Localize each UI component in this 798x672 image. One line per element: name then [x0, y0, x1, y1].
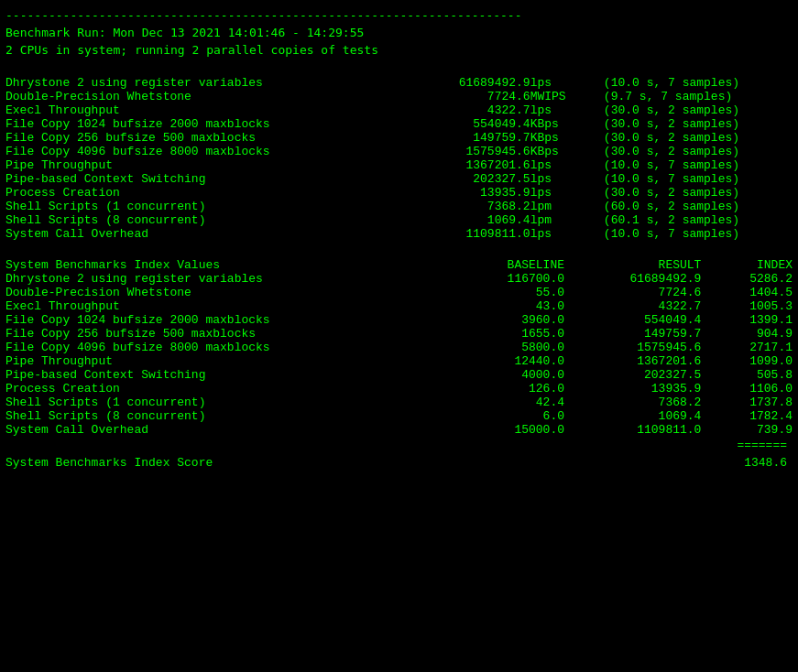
header-line2: 2 CPUs in system; running 2 parallel cop… [5, 42, 793, 60]
index-name: Shell Scripts (8 concurrent) [5, 409, 439, 423]
index-baseline: 5800.0 [439, 341, 564, 354]
index-header-row: System Benchmarks Index Values BASELINE … [5, 258, 793, 272]
index-result: 61689492.9 [564, 272, 701, 286]
bench-samples: (30.0 s, 2 samples) [604, 103, 793, 117]
bench-name: File Copy 256 bufsize 500 maxblocks [5, 131, 404, 145]
bench-name: Execl Throughput [5, 103, 404, 117]
bench-name: File Copy 1024 bufsize 2000 maxblocks [5, 117, 404, 131]
bench-samples: (10.0 s, 7 samples) [604, 158, 793, 172]
index-baseline: 116700.0 [439, 272, 564, 286]
index-row: File Copy 4096 bufsize 8000 maxblocks 58… [5, 341, 793, 354]
index-result: 4322.7 [564, 299, 701, 313]
bench-samples: (30.0 s, 2 samples) [604, 186, 793, 200]
index-baseline: 1655.0 [439, 327, 564, 341]
index-baseline: 126.0 [439, 382, 564, 396]
bench-samples: (30.0 s, 2 samples) [604, 145, 793, 158]
index-index: 1737.8 [701, 396, 793, 409]
index-name: Pipe Throughput [5, 354, 439, 368]
index-name: File Copy 1024 bufsize 2000 maxblocks [5, 313, 439, 327]
bench-samples: (9.7 s, 7 samples) [604, 90, 793, 103]
bench-value: 7724.6 [404, 90, 530, 103]
index-index: 1782.4 [701, 409, 793, 423]
index-name: File Copy 4096 bufsize 8000 maxblocks [5, 341, 439, 354]
index-result: 554049.4 [564, 313, 701, 327]
bench-samples: (10.0 s, 7 samples) [604, 76, 793, 90]
bench-row: File Copy 4096 bufsize 8000 maxblocks 15… [5, 145, 793, 158]
bench-value: 1069.4 [404, 213, 530, 227]
bench-value: 149759.7 [404, 131, 530, 145]
equals-row: ======= [5, 439, 793, 452]
bench-samples: (60.1 s, 2 samples) [604, 213, 793, 227]
bench-unit: lpm [530, 200, 604, 213]
bench-name: Dhrystone 2 using register variables [5, 76, 404, 90]
index-name: Double-Precision Whetstone [5, 286, 439, 299]
index-col-name: System Benchmarks Index Values [5, 258, 439, 272]
index-index: 1399.1 [701, 313, 793, 327]
blank1 [5, 60, 793, 77]
bench-samples: (10.0 s, 7 samples) [604, 227, 793, 241]
bench-samples: (10.0 s, 7 samples) [604, 172, 793, 186]
index-name: Dhrystone 2 using register variables [5, 272, 439, 286]
index-row: System Call Overhead 15000.0 1109811.0 7… [5, 423, 793, 437]
bench-value: 202327.5 [404, 172, 530, 186]
bench-unit: lps [530, 172, 604, 186]
index-baseline: 6.0 [439, 409, 564, 423]
bench-unit: lps [530, 227, 604, 241]
bench-name: Shell Scripts (1 concurrent) [5, 200, 404, 213]
bench-unit: KBps [530, 145, 604, 158]
bench-value: 554049.4 [404, 117, 530, 131]
index-row: Double-Precision Whetstone 55.0 7724.6 1… [5, 286, 793, 299]
bench-unit: lps [530, 158, 604, 172]
bench-value: 4322.7 [404, 103, 530, 117]
bench-row: File Copy 1024 bufsize 2000 maxblocks 55… [5, 117, 793, 131]
bench-name: Shell Scripts (8 concurrent) [5, 213, 404, 227]
bench-row: Execl Throughput 4322.7 lps (30.0 s, 2 s… [5, 103, 793, 117]
header-line1: Benchmark Run: Mon Dec 13 2021 14:01:46 … [5, 25, 793, 42]
index-result: 7724.6 [564, 286, 701, 299]
benchmark-table: Dhrystone 2 using register variables 616… [5, 76, 793, 241]
index-row: Process Creation 126.0 13935.9 1106.0 [5, 382, 793, 396]
index-result: 202327.5 [564, 368, 701, 382]
bench-unit: KBps [530, 117, 604, 131]
bench-unit: lps [530, 76, 604, 90]
index-result: 1069.4 [564, 409, 701, 423]
index-col-index: INDEX [701, 258, 793, 272]
index-index: 1106.0 [701, 382, 793, 396]
bench-unit: lpm [530, 213, 604, 227]
bench-row: Shell Scripts (8 concurrent) 1069.4 lpm … [5, 213, 793, 227]
score-value: 1348.6 [744, 456, 793, 470]
bench-unit: lps [530, 103, 604, 117]
index-name: File Copy 256 bufsize 500 maxblocks [5, 327, 439, 341]
bench-value: 1367201.6 [404, 158, 530, 172]
index-result: 7368.2 [564, 396, 701, 409]
equals-symbol: ======= [737, 439, 787, 452]
index-result: 1109811.0 [564, 423, 701, 437]
bench-row: File Copy 256 bufsize 500 maxblocks 1497… [5, 131, 793, 145]
index-index: 739.9 [701, 423, 793, 437]
index-baseline: 4000.0 [439, 368, 564, 382]
bench-row: Pipe Throughput 1367201.6 lps (10.0 s, 7… [5, 158, 793, 172]
index-index: 2717.1 [701, 341, 793, 354]
index-result: 149759.7 [564, 327, 701, 341]
index-row: Shell Scripts (1 concurrent) 42.4 7368.2… [5, 396, 793, 409]
bench-name: Pipe Throughput [5, 158, 404, 172]
index-baseline: 42.4 [439, 396, 564, 409]
score-label: System Benchmarks Index Score [5, 456, 213, 470]
index-baseline: 15000.0 [439, 423, 564, 437]
bench-name: File Copy 4096 bufsize 8000 maxblocks [5, 145, 404, 158]
index-row: Shell Scripts (8 concurrent) 6.0 1069.4 … [5, 409, 793, 423]
bench-value: 1575945.6 [404, 145, 530, 158]
index-index: 1404.5 [701, 286, 793, 299]
index-name: Pipe-based Context Switching [5, 368, 439, 382]
index-row: Pipe Throughput 12440.0 1367201.6 1099.0 [5, 354, 793, 368]
blank2 [5, 241, 793, 258]
index-col-baseline: BASELINE [439, 258, 564, 272]
index-index: 904.9 [701, 327, 793, 341]
index-baseline: 43.0 [439, 299, 564, 313]
bench-name: System Call Overhead [5, 227, 404, 241]
index-name: System Call Overhead [5, 423, 439, 437]
bench-row: Pipe-based Context Switching 202327.5 lp… [5, 172, 793, 186]
index-baseline: 55.0 [439, 286, 564, 299]
bench-unit: lps [530, 186, 604, 200]
bench-value: 1109811.0 [404, 227, 530, 241]
